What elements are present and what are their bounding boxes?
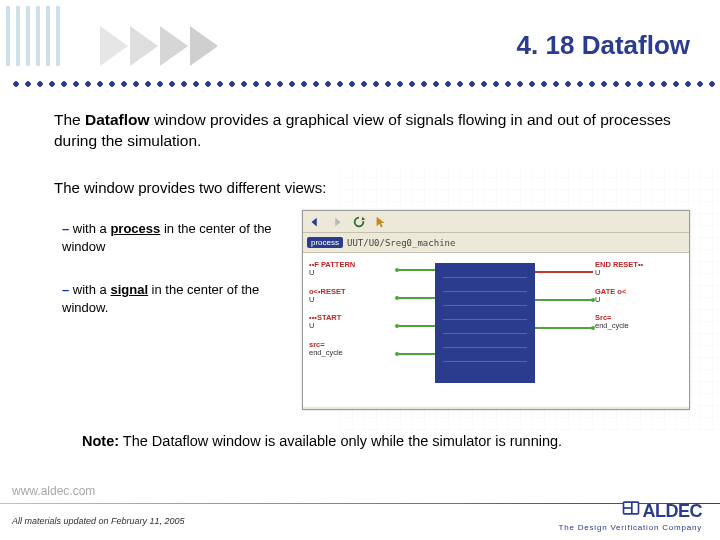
- aldec-logo-icon: [621, 498, 641, 522]
- note-paragraph: Note: The Dataflow window is available o…: [82, 432, 680, 452]
- footer-url: www.aldec.com: [12, 484, 95, 498]
- refresh-icon[interactable]: [351, 214, 367, 230]
- brand-name: ALDEC: [643, 501, 703, 522]
- window-breadcrumb: process UUT/U0/Sreg0_machine: [303, 233, 689, 253]
- dotted-rule: [10, 78, 720, 90]
- svg-marker-1: [335, 217, 340, 226]
- svg-rect-7: [632, 503, 637, 513]
- dataflow-canvas[interactable]: ••F PATTERNU o<•RESETU •••STARTU src=end…: [303, 253, 689, 407]
- decorative-header-shapes: [0, 4, 320, 84]
- footer-updated-date: All materials updated on February 11, 20…: [12, 516, 185, 526]
- svg-marker-3: [377, 216, 385, 227]
- svg-marker-0: [312, 217, 317, 226]
- brand-tagline: The Design Verification Company: [558, 523, 702, 532]
- window-toolbar: [303, 211, 689, 233]
- output-signals-column: END RESET••U GATE o<U Src=end_cycle: [595, 261, 683, 341]
- svg-rect-6: [624, 509, 631, 513]
- bullet-signal-view: – with a signal in the center of the win…: [62, 281, 272, 316]
- slide-title: 4. 18 Dataflow: [517, 30, 690, 61]
- svg-rect-5: [624, 503, 631, 507]
- pointer-icon[interactable]: [373, 214, 389, 230]
- intro-paragraph: The Dataflow window provides a graphical…: [54, 110, 690, 152]
- svg-marker-2: [362, 216, 366, 220]
- input-signals-column: ••F PATTERNU o<•RESETU •••STARTU src=end…: [309, 261, 397, 367]
- process-chip: process: [307, 237, 343, 248]
- footer-brand: ALDEC The Design Verification Company: [558, 498, 702, 532]
- process-block[interactable]: [435, 263, 535, 383]
- nav-back-icon[interactable]: [307, 214, 323, 230]
- bullet-process-view: – with a process in the center of the wi…: [62, 220, 272, 255]
- views-subheading: The window provides two different views:: [54, 178, 690, 198]
- dataflow-window-screenshot: process UUT/U0/Sreg0_machine ••F PATTERN…: [302, 210, 690, 410]
- process-path: UUT/U0/Sreg0_machine: [347, 238, 455, 248]
- nav-forward-icon[interactable]: [329, 214, 345, 230]
